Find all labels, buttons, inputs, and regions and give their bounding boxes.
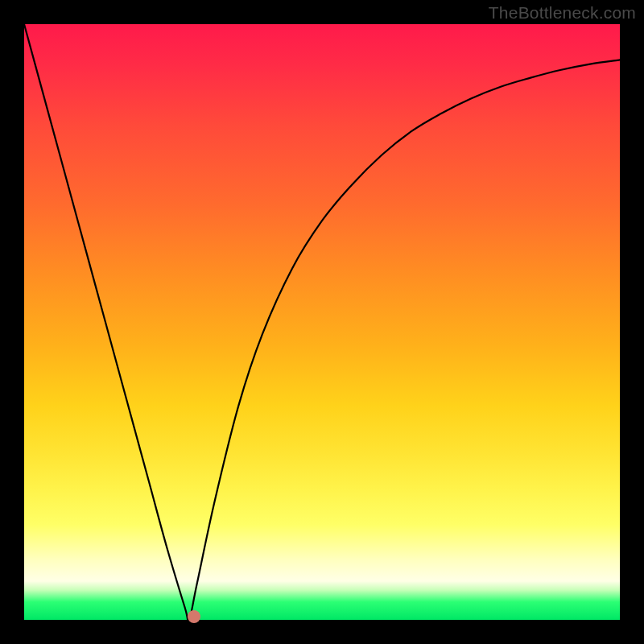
optimal-point-marker (188, 610, 200, 623)
bottleneck-curve (24, 24, 620, 620)
watermark-text: TheBottleneck.com (489, 3, 636, 23)
plot-area (24, 24, 620, 620)
chart-frame: TheBottleneck.com (0, 0, 644, 644)
